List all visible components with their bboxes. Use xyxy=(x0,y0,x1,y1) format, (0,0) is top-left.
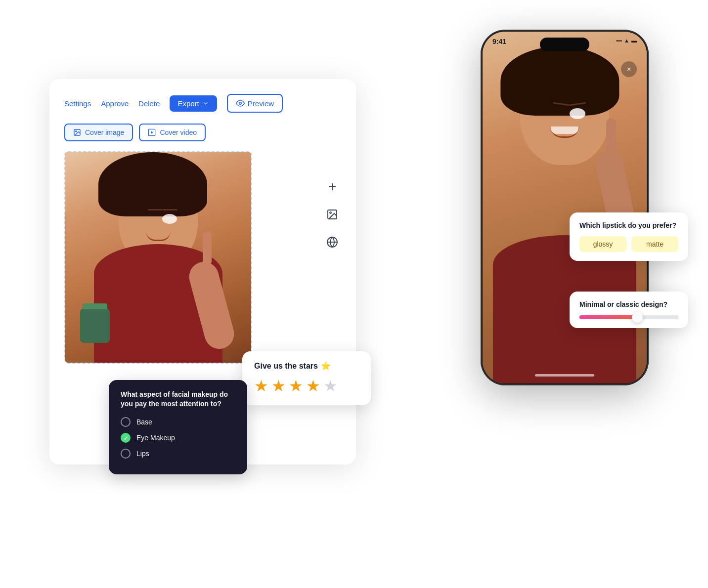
phone-progress-bar xyxy=(535,374,594,377)
star-4[interactable]: ★ xyxy=(306,377,320,395)
star-2[interactable]: ★ xyxy=(271,377,286,395)
settings-link[interactable]: Settings xyxy=(64,99,91,108)
battery-icon: ▬ xyxy=(631,38,637,43)
design-card: Minimal or classic design? xyxy=(570,292,688,328)
image-icon[interactable] xyxy=(323,206,341,223)
survey-option-base[interactable]: Base xyxy=(121,417,235,427)
dynamic-island xyxy=(540,38,589,51)
survey-option-lips[interactable]: Lips xyxy=(121,449,235,459)
glossy-button[interactable]: glossy xyxy=(579,236,626,252)
cover-image-area[interactable] xyxy=(64,151,252,364)
lipstick-options: glossy matte xyxy=(579,236,678,252)
phone-screen: 9:41 ▪▪▪ ▲ ▬ xyxy=(483,32,647,383)
matte-button[interactable]: matte xyxy=(631,236,678,252)
svg-point-2 xyxy=(76,131,77,132)
cover-tabs: Cover image Cover video xyxy=(64,124,341,141)
globe-icon[interactable] xyxy=(323,233,341,251)
survey-title: What aspect of facial makeup do you pay … xyxy=(121,390,235,409)
cover-image-tab[interactable]: Cover image xyxy=(64,124,133,141)
image-tab-icon xyxy=(73,128,81,136)
stars-row[interactable]: ★ ★ ★ ★ ★ xyxy=(254,377,359,395)
editor-toolbar: Settings Approve Delete Export Preview xyxy=(64,94,341,113)
slider-thumb[interactable] xyxy=(632,312,643,323)
slider-track-right xyxy=(639,315,678,319)
signal-icon: ▪▪▪ xyxy=(616,38,622,43)
radio-base[interactable] xyxy=(121,417,131,427)
phone-mockup: 9:41 ▪▪▪ ▲ ▬ xyxy=(481,30,649,385)
phone-woman-photo xyxy=(483,32,647,383)
phone-inner: 9:41 ▪▪▪ ▲ ▬ xyxy=(483,32,647,383)
add-icon[interactable] xyxy=(323,178,341,196)
editor-panel: Settings Approve Delete Export Preview xyxy=(49,79,356,464)
main-scene: Settings Approve Delete Export Preview xyxy=(0,0,708,588)
svg-marker-4 xyxy=(151,131,153,133)
phone-status-icons: ▪▪▪ ▲ ▬ xyxy=(616,38,637,43)
svg-point-8 xyxy=(330,212,331,213)
lipstick-card: Which lipstick do you prefer? glossy mat… xyxy=(570,212,688,261)
svg-point-0 xyxy=(239,102,242,105)
approve-link[interactable]: Approve xyxy=(101,99,129,108)
radio-eye-makeup[interactable] xyxy=(121,433,131,443)
rating-title: Give us the stars ⭐ xyxy=(254,361,359,371)
star-3[interactable]: ★ xyxy=(289,377,303,395)
chevron-down-icon xyxy=(202,100,209,107)
woman-photo xyxy=(65,152,251,363)
design-title: Minimal or classic design? xyxy=(579,300,678,308)
rating-emoji: ⭐ xyxy=(321,361,331,371)
export-button[interactable]: Export xyxy=(170,95,217,112)
phone-close-button[interactable]: × xyxy=(621,61,637,77)
lipstick-title: Which lipstick do you prefer? xyxy=(579,221,678,229)
video-tab-icon xyxy=(148,128,156,136)
cover-video-tab[interactable]: Cover video xyxy=(139,124,206,141)
radio-lips[interactable] xyxy=(121,449,131,459)
survey-card: What aspect of facial makeup do you pay … xyxy=(109,380,247,474)
delete-link[interactable]: Delete xyxy=(138,99,160,108)
rating-card: Give us the stars ⭐ ★ ★ ★ ★ ★ xyxy=(242,351,371,405)
phone-time: 9:41 xyxy=(492,38,506,45)
wifi-icon: ▲ xyxy=(624,38,629,43)
eye-icon xyxy=(236,99,245,108)
survey-option-eye-makeup[interactable]: Eye Makeup xyxy=(121,433,235,443)
slider-track[interactable] xyxy=(579,315,678,319)
tool-icons xyxy=(323,178,341,251)
star-5[interactable]: ★ xyxy=(323,377,338,395)
check-mark xyxy=(124,434,128,442)
star-1[interactable]: ★ xyxy=(254,377,268,395)
preview-button[interactable]: Preview xyxy=(227,94,283,113)
